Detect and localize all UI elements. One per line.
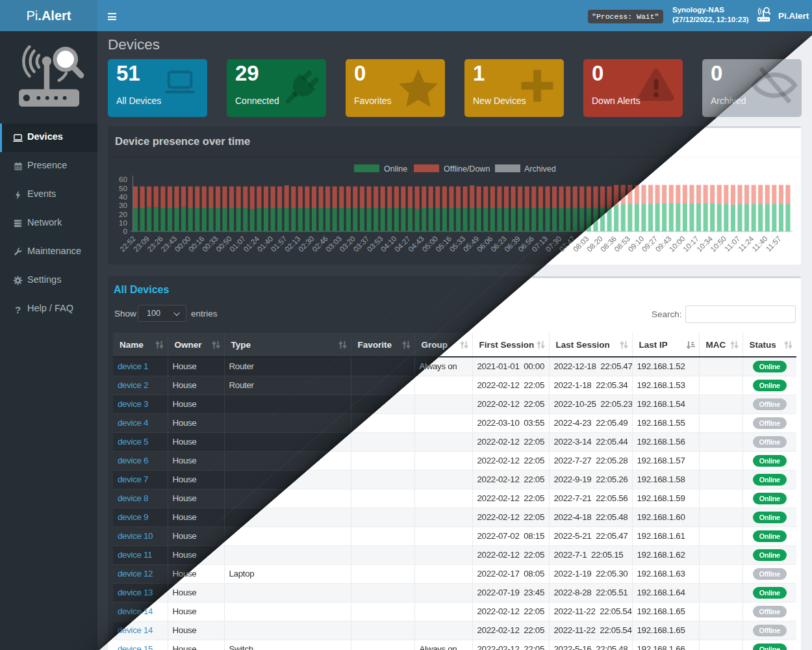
svg-text:10: 10: [119, 218, 128, 227]
svg-text:23:09: 23:09: [132, 235, 151, 254]
svg-text:02:46: 02:46: [311, 235, 329, 254]
svg-text:05:16: 05:16: [434, 235, 453, 254]
svg-text:60: 60: [119, 175, 128, 183]
svg-text:40: 40: [119, 192, 128, 201]
svg-text:01:40: 01:40: [256, 235, 275, 254]
svg-text:06:06: 06:06: [476, 235, 494, 254]
svg-text:05:00: 05:00: [420, 235, 439, 254]
svg-text:05:33: 05:33: [448, 235, 467, 254]
svg-text:01:07: 01:07: [228, 235, 247, 254]
svg-text:Offline/Down: Offline/Down: [444, 164, 490, 174]
svg-text:0: 0: [123, 227, 127, 235]
svg-text:00:16: 00:16: [187, 235, 206, 254]
svg-text:06:56: 06:56: [516, 235, 535, 254]
svg-text:06:23: 06:23: [489, 235, 508, 254]
svg-text:04:43: 04:43: [407, 235, 425, 254]
svg-text:04:10: 04:10: [379, 235, 398, 254]
svg-text:11:57: 11:57: [765, 235, 783, 253]
svg-text:02:13: 02:13: [283, 235, 302, 254]
svg-text:23:26: 23:26: [146, 235, 164, 254]
svg-text:07:30: 07:30: [544, 235, 563, 254]
svg-text:00:50: 00:50: [214, 235, 233, 254]
svg-text:06:39: 06:39: [503, 235, 522, 254]
svg-text:22:52: 22:52: [118, 235, 137, 254]
svg-text:20: 20: [119, 210, 128, 218]
svg-text:03:03: 03:03: [324, 235, 343, 254]
svg-text:30: 30: [119, 201, 128, 209]
svg-text:03:53: 03:53: [366, 235, 385, 254]
svg-text:Online: Online: [384, 164, 407, 174]
svg-text:01:24: 01:24: [242, 235, 260, 254]
svg-text:00:33: 00:33: [201, 235, 220, 254]
svg-text:Archived: Archived: [524, 164, 556, 174]
svg-text:00:00: 00:00: [173, 235, 192, 254]
svg-text:03:20: 03:20: [338, 235, 357, 254]
svg-text:50: 50: [119, 184, 128, 192]
svg-text:10:50: 10:50: [709, 235, 728, 254]
svg-text:02:30: 02:30: [297, 235, 316, 254]
svg-text:07:13: 07:13: [530, 235, 549, 254]
svg-text:23:43: 23:43: [160, 235, 179, 254]
svg-text:04:27: 04:27: [393, 235, 412, 254]
svg-text:05:49: 05:49: [462, 235, 481, 254]
svg-text:03:37: 03:37: [352, 235, 371, 254]
svg-text:01:57: 01:57: [270, 235, 288, 254]
